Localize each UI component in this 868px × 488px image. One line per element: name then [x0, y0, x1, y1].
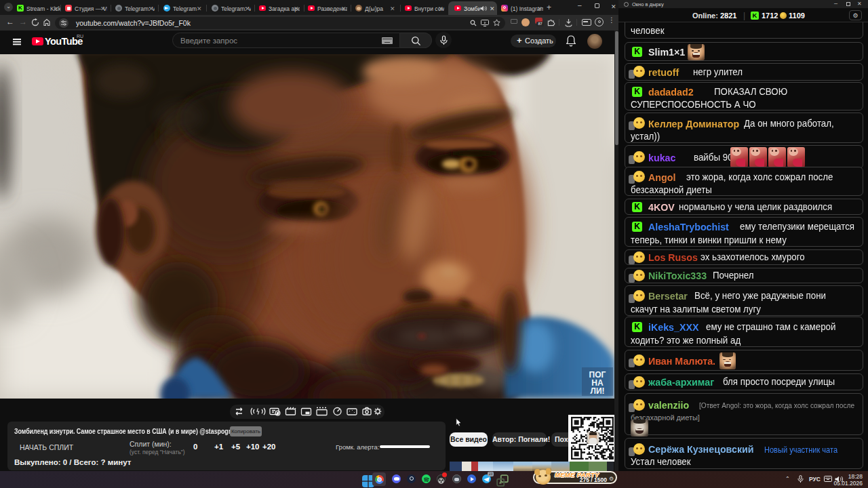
svg-text:ЛИ!: ЛИ! — [590, 386, 604, 396]
